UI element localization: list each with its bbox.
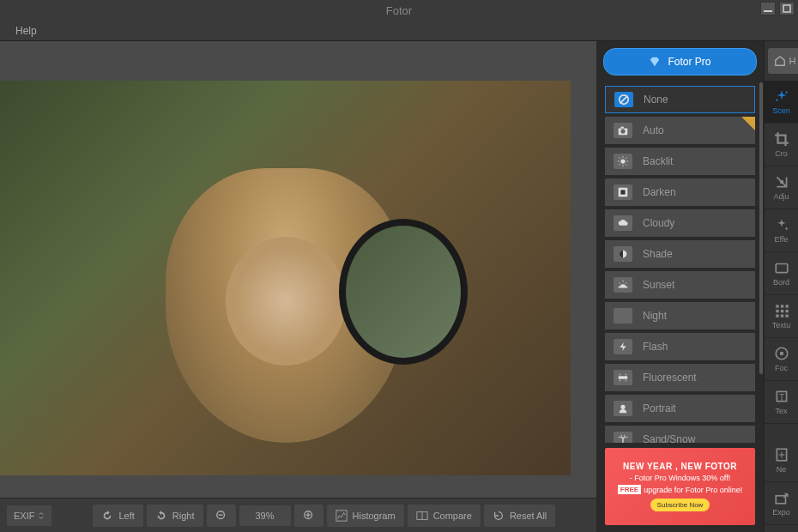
menubar: Help: [0, 21, 798, 41]
bottom-toolbar: EXIF Left Right 39% His: [0, 498, 596, 532]
tool-label: Foc: [775, 364, 788, 372]
svg-rect-36: [785, 310, 788, 312]
sparkle-icon: [774, 88, 789, 104]
tool-sparkle[interactable]: Scen: [765, 81, 798, 124]
tool-text[interactable]: TTex: [765, 381, 798, 424]
effects-icon: [774, 217, 789, 233]
minimize-button[interactable]: [760, 2, 776, 15]
tool-label: Ne: [777, 465, 787, 474]
diamond-icon: [649, 56, 661, 68]
darken-icon: [614, 184, 632, 200]
tool-label: Textu: [772, 321, 791, 329]
svg-rect-20: [619, 376, 628, 379]
focus-icon: [774, 346, 789, 361]
pro-badge-icon: [741, 117, 755, 130]
border-icon: [774, 260, 789, 275]
svg-point-13: [620, 129, 625, 133]
rotate-left-button[interactable]: Left: [93, 505, 142, 527]
moon-icon: [614, 308, 632, 323]
app-title: Fotor: [386, 4, 412, 17]
tool-new[interactable]: Ne: [765, 439, 798, 482]
preset-label: None: [644, 94, 668, 106]
fluorescent-icon: [614, 370, 632, 385]
svg-point-25: [620, 405, 625, 409]
tool-label: Bord: [773, 278, 789, 287]
home-icon: [774, 55, 786, 67]
text-icon: T: [774, 389, 789, 404]
svg-rect-37: [776, 315, 778, 317]
reset-all-button[interactable]: Reset All: [484, 505, 555, 527]
preset-label: Flash: [643, 341, 668, 353]
preset-auto[interactable]: Auto: [605, 117, 755, 144]
home-button[interactable]: H: [768, 48, 798, 74]
subscribe-button[interactable]: Subscribe Now: [650, 499, 710, 511]
tool-adjust[interactable]: Adju: [765, 166, 798, 209]
tool-label: Tex: [775, 407, 787, 415]
svg-text:T: T: [778, 393, 783, 402]
preset-night[interactable]: Night: [605, 302, 755, 329]
svg-rect-7: [336, 510, 346, 520]
tool-effects[interactable]: Effe: [765, 209, 798, 252]
svg-line-11: [620, 96, 628, 104]
svg-rect-0: [764, 10, 772, 12]
rotate-right-button[interactable]: Right: [147, 505, 203, 527]
canvas-area: EXIF Left Right 39% His: [0, 41, 596, 532]
sunset-icon: [614, 277, 632, 293]
crop-icon: [774, 131, 789, 147]
zoom-out-button[interactable]: [207, 505, 236, 527]
preset-portrait[interactable]: Portrait: [605, 395, 755, 422]
preset-shade[interactable]: Shade: [605, 240, 755, 268]
rotate-right-icon: [155, 510, 167, 522]
menu-help[interactable]: Help: [9, 21, 44, 40]
svg-rect-39: [785, 315, 788, 317]
preset-none[interactable]: None: [605, 86, 755, 113]
zoom-in-button[interactable]: [294, 505, 323, 527]
zoom-level[interactable]: 39%: [239, 505, 291, 526]
svg-rect-14: [620, 127, 624, 129]
svg-point-27: [785, 91, 787, 93]
svg-point-28: [776, 99, 777, 100]
maximize-button[interactable]: [779, 2, 795, 15]
svg-rect-31: [776, 305, 778, 307]
preset-label: Sunset: [643, 279, 674, 291]
svg-rect-35: [780, 310, 783, 312]
tool-focus[interactable]: Foc: [765, 338, 798, 381]
tool-export[interactable]: Expo: [765, 482, 798, 525]
preset-label: Fluorescent: [643, 372, 697, 384]
preset-sunset[interactable]: Sunset: [605, 271, 755, 299]
tool-label: Effe: [775, 235, 789, 244]
adjust-icon: [774, 174, 789, 190]
svg-point-41: [779, 352, 783, 356]
preset-label: Backlit: [643, 155, 673, 167]
svg-rect-17: [620, 190, 625, 194]
preset-flash[interactable]: Flash: [605, 333, 755, 360]
exif-button[interactable]: EXIF: [7, 505, 51, 526]
svg-rect-32: [780, 305, 783, 307]
rotate-left-icon: [101, 510, 113, 522]
tool-border[interactable]: Bord: [765, 252, 798, 295]
right-panel: Fotor Pro NoneAutoBacklitDarkenCloudySha…: [596, 41, 798, 532]
tool-label: Adju: [773, 192, 789, 201]
preset-darken[interactable]: Darken: [605, 178, 755, 206]
fotor-pro-button[interactable]: Fotor Pro: [603, 48, 757, 76]
preset-fluorescent[interactable]: Fluorescent: [605, 364, 755, 391]
canvas-viewport[interactable]: [0, 41, 596, 498]
camera-icon: [614, 123, 632, 138]
svg-rect-33: [785, 305, 788, 307]
promo-banner[interactable]: NEW YEAR , NEW FOTOR - Fotor Pro Windows…: [605, 448, 755, 525]
tool-label: Expo: [772, 508, 790, 517]
tool-sidebar: H ScenCroAdjuEffeBordTextuFocTTexNeExpo: [764, 41, 798, 532]
preset-sandsnow[interactable]: Sand/Snow: [605, 426, 755, 443]
compare-icon: [416, 510, 428, 522]
preset-cloudy[interactable]: Cloudy: [605, 209, 755, 237]
histogram-button[interactable]: Histogram: [327, 505, 404, 527]
preset-label: Auto: [643, 124, 664, 136]
preset-label: Cloudy: [643, 217, 674, 229]
tool-crop[interactable]: Cro: [765, 124, 798, 166]
portrait-icon: [614, 401, 632, 416]
scrollbar[interactable]: [759, 82, 763, 374]
preset-backlit[interactable]: Backlit: [605, 148, 755, 175]
none-icon: [614, 92, 633, 107]
compare-button[interactable]: Compare: [408, 505, 481, 527]
tool-texture[interactable]: Textu: [765, 295, 798, 338]
